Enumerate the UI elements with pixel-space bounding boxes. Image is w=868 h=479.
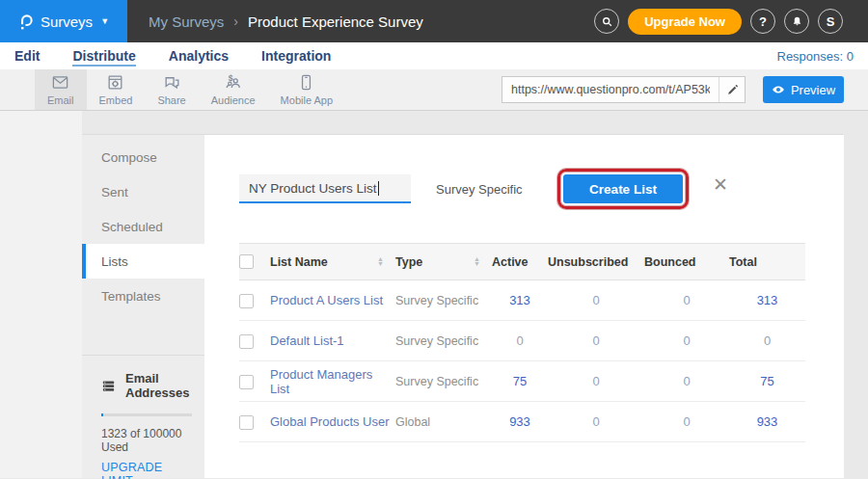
lists-table: List Name▲▼ Type▲▼ Active Unsubscribed B… [239,243,805,442]
mobile-app-icon [297,73,315,92]
list-type-value: Global [395,402,492,442]
list-name-link[interactable]: Product Managers List [270,361,395,402]
active-count[interactable]: 933 [492,402,548,442]
distribute-toolbar: Email Embed Share $ Audience Mobile App [0,69,868,111]
column-total: Total [729,244,805,280]
search-icon [601,15,613,28]
surveys-product-menu[interactable]: Surveys ▼ [0,0,127,42]
toolbar-item-embed[interactable]: Embed [87,69,146,110]
create-list-button[interactable]: Create List [563,174,683,203]
upgrade-now-button[interactable]: Upgrade Now [628,9,742,35]
select-all-checkbox[interactable] [239,254,254,269]
total-count[interactable]: 313 [729,280,805,321]
row-checkbox[interactable] [239,294,254,308]
content-area: Compose Sent Scheduled Lists Templates E… [0,111,868,478]
annotation-highlight: Create List [557,169,689,209]
responses-count[interactable]: Responses: 0 [777,49,854,64]
upgrade-limit-link[interactable]: UPGRADE LIMIT [101,461,192,479]
progress-fill [101,413,103,416]
unsubscribed-count: 0 [548,361,644,402]
search-button[interactable] [594,9,619,34]
survey-url-input[interactable] [502,77,719,102]
list-name-link[interactable]: Product A Users List [270,280,395,321]
tab-analytics[interactable]: Analytics [169,48,229,64]
unsubscribed-count: 0 [548,321,644,361]
pencil-icon [726,84,739,96]
list-name-input[interactable]: NY Product Users List [239,174,411,203]
sidebar-item-templates[interactable]: Templates [82,279,204,313]
tab-distribute[interactable]: Distribute [72,48,135,64]
sidebar-item-lists[interactable]: Lists [82,244,204,279]
audience-icon: $ [224,73,242,92]
list-type-select[interactable]: Survey Specific ▼ [436,174,575,203]
list-type-value: Survey Specific [395,321,492,361]
bounced-count: 0 [644,361,729,402]
list-name-link[interactable]: Default List-1 [270,321,395,361]
table-row: Default List-1 Survey Specific 0 0 0 0 [239,321,805,361]
email-addresses-header: Email Addresses [101,371,192,400]
unsubscribed-count: 0 [548,280,644,321]
total-count[interactable]: 0 [729,321,805,361]
email-usage-progress-bar [101,413,192,416]
tab-edit[interactable]: Edit [14,48,40,64]
close-icon[interactable]: ✕ [713,175,728,194]
survey-tab-bar: Edit Distribute Analytics Integration Re… [0,42,868,69]
lists-panel: NY Product Users List Survey Specific ▼ … [204,134,844,478]
bounced-count: 0 [644,402,729,442]
email-sidebar: Compose Sent Scheduled Lists Templates E… [82,134,204,478]
breadcrumb: My Surveys › Product Experience Survey [127,0,423,42]
total-count[interactable]: 75 [729,361,805,402]
preview-button[interactable]: Preview [763,76,844,103]
list-type-value: Survey Specific [395,280,492,321]
column-active: Active [492,244,548,280]
list-table-body: Product A Users List Survey Specific 313… [239,280,805,442]
total-count[interactable]: 933 [729,402,805,442]
questionpro-app: Surveys ▼ My Surveys › Product Experienc… [0,0,868,479]
avatar[interactable]: S [818,9,843,34]
list-name-value: NY Product Users List [249,181,377,196]
bounced-count: 0 [644,321,729,361]
breadcrumb-my-surveys[interactable]: My Surveys [149,13,224,30]
column-bounced: Bounced [644,244,729,280]
row-checkbox[interactable] [239,375,254,389]
surveys-menu-label: Surveys [41,13,93,30]
sort-icon[interactable]: ▲▼ [377,257,384,266]
header-actions: Upgrade Now ? S [594,0,868,42]
sort-icon[interactable]: ▲▼ [474,257,480,266]
table-row: Global Products User Global 933 0 0 933 [239,402,805,442]
sidebar-item-scheduled[interactable]: Scheduled [82,209,204,244]
email-addresses-panel: Email Addresses 1323 of 100000 Used UPGR… [82,355,204,479]
help-button[interactable]: ? [750,9,775,34]
table-header-row: List Name▲▼ Type▲▼ Active Unsubscribed B… [239,244,805,280]
toolbar-item-email[interactable]: Email [35,69,87,110]
survey-url-area: Preview [502,69,868,110]
list-type-value: Survey Specific [395,361,492,402]
list-stack-icon [101,379,116,393]
email-usage-text: 1323 of 100000 Used [101,427,192,454]
column-type: Type [395,255,422,269]
active-count[interactable]: 313 [492,280,548,321]
toolbar-item-audience[interactable]: $ Audience [199,69,268,110]
email-addresses-title: Email Addresses [125,371,192,400]
page-title: Product Experience Survey [248,13,423,30]
toolbar-item-mobile-app[interactable]: Mobile App [268,69,345,110]
chevron-down-icon: ▼ [100,17,109,26]
active-count[interactable]: 0 [492,321,548,361]
text-cursor [378,181,379,196]
sidebar-items: Compose Sent Scheduled Lists Templates [82,135,204,313]
row-checkbox[interactable] [239,415,254,430]
embed-icon [106,73,124,92]
eye-icon [772,83,785,96]
list-name-link[interactable]: Global Products User [270,402,395,442]
sidebar-item-sent[interactable]: Sent [82,174,204,209]
questionpro-logo-icon [18,13,33,31]
row-checkbox[interactable] [239,334,254,349]
svg-text:$: $ [229,73,233,83]
toolbar-item-share[interactable]: Share [145,69,198,110]
sidebar-item-compose[interactable]: Compose [82,140,204,174]
notifications-button[interactable] [784,9,809,34]
bounced-count: 0 [644,280,729,321]
tab-integration[interactable]: Integration [261,48,331,64]
active-count[interactable]: 75 [492,361,548,402]
edit-url-button[interactable] [719,77,745,102]
